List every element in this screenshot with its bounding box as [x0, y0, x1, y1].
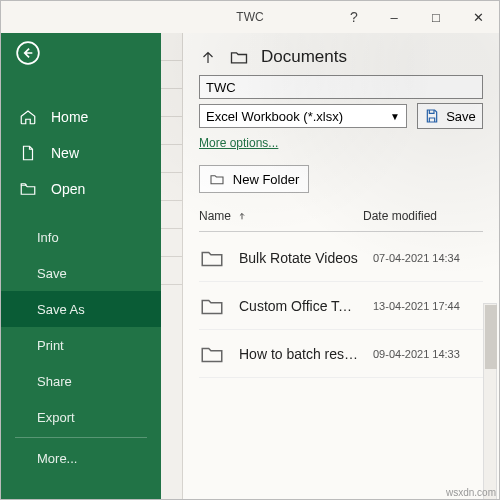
file-date: 13-04-2021 17:44 — [373, 300, 483, 312]
column-date[interactable]: Date modified — [363, 209, 483, 223]
save-as-pane: Documents Excel Workbook (*.xlsx) ▼ Save… — [161, 33, 499, 499]
scrollbar[interactable] — [483, 303, 497, 499]
sidebar-item-share[interactable]: Share — [1, 363, 161, 399]
folder-icon — [199, 341, 225, 367]
file-row[interactable]: Custom Office Te… 13-04-2021 17:44 — [199, 282, 483, 330]
sidebar: Home New Open Info Save Save As Print Sh… — [1, 33, 161, 499]
file-row[interactable]: Bulk Rotate Videos 07-04-2021 14:34 — [199, 234, 483, 282]
scroll-thumb[interactable] — [485, 305, 497, 369]
window-title: TWC — [236, 10, 263, 24]
watermark: wsxdn.com — [446, 487, 496, 498]
sidebar-item-more[interactable]: More... — [1, 440, 161, 476]
filetype-value: Excel Workbook (*.xlsx) — [206, 109, 343, 124]
file-date: 07-04-2021 14:34 — [373, 252, 483, 264]
minimize-button[interactable]: – — [373, 1, 415, 33]
location-label: Documents — [261, 47, 347, 67]
sidebar-item-save-as[interactable]: Save As — [1, 291, 161, 327]
up-arrow-icon[interactable] — [199, 48, 217, 66]
titlebar: TWC ? – □ ✕ — [1, 1, 499, 33]
folder-icon — [229, 47, 249, 67]
filename-input[interactable] — [199, 75, 483, 99]
file-list-header: Name Date modified — [199, 209, 483, 232]
sidebar-item-save[interactable]: Save — [1, 255, 161, 291]
sidebar-item-label: New — [51, 145, 79, 161]
more-options-link[interactable]: More options... — [199, 136, 278, 150]
file-date: 09-04-2021 14:33 — [373, 348, 483, 360]
chevron-down-icon: ▼ — [390, 111, 400, 122]
sidebar-item-print[interactable]: Print — [1, 327, 161, 363]
sidebar-item-open[interactable]: Open — [1, 171, 161, 207]
sidebar-item-new[interactable]: New — [1, 135, 161, 171]
filetype-select[interactable]: Excel Workbook (*.xlsx) ▼ — [199, 104, 407, 128]
sidebar-divider — [15, 437, 147, 438]
close-button[interactable]: ✕ — [457, 1, 499, 33]
sidebar-item-export[interactable]: Export — [1, 399, 161, 435]
sidebar-item-label: Open — [51, 181, 85, 197]
maximize-button[interactable]: □ — [415, 1, 457, 33]
file-name: How to batch res… — [239, 346, 359, 362]
sidebar-item-home[interactable]: Home — [1, 99, 161, 135]
sidebar-item-label: Home — [51, 109, 88, 125]
file-row[interactable]: How to batch res… 09-04-2021 14:33 — [199, 330, 483, 378]
new-folder-button[interactable]: New Folder — [199, 165, 309, 193]
sidebar-item-info[interactable]: Info — [1, 219, 161, 255]
sort-asc-icon — [237, 211, 247, 221]
folder-icon — [199, 245, 225, 271]
save-icon — [424, 108, 440, 124]
folder-plus-icon — [209, 171, 225, 187]
file-name: Bulk Rotate Videos — [239, 250, 359, 266]
column-name[interactable]: Name — [199, 209, 363, 223]
back-button[interactable] — [1, 33, 161, 73]
help-icon[interactable]: ? — [335, 1, 373, 33]
file-name: Custom Office Te… — [239, 298, 359, 314]
location-row[interactable]: Documents — [199, 47, 483, 67]
folder-icon — [199, 293, 225, 319]
sheet-gutter — [161, 33, 183, 499]
save-button[interactable]: Save — [417, 103, 483, 129]
